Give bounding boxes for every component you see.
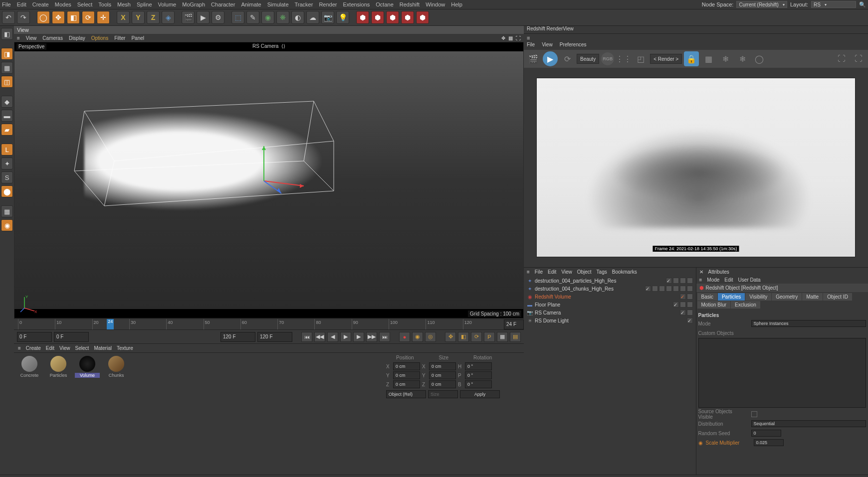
record-icon[interactable]: ● [399, 332, 410, 342]
menu-character[interactable]: Character [211, 1, 235, 7]
menu-mesh[interactable]: Mesh [117, 1, 131, 7]
matmenu-texture[interactable]: Texture [117, 345, 133, 351]
object-tag[interactable] [687, 294, 693, 300]
viewmenu-view[interactable]: View [26, 35, 37, 41]
search-icon[interactable]: 🔍 [859, 1, 866, 8]
axis-gizmo-corner[interactable]: Y X [19, 293, 39, 313]
rv-play-icon[interactable]: ▶ [543, 51, 558, 66]
axis-gizmo-3d[interactable] [254, 141, 314, 201]
scale-key-icon[interactable]: ◧ [458, 332, 469, 342]
rv-refresh-icon[interactable]: ⟳ [560, 51, 575, 66]
object-tag[interactable] [680, 302, 686, 308]
material-browser[interactable]: ConcreteParticlesVolumeChunks [14, 353, 384, 412]
undo-icon[interactable]: ↶ [2, 11, 15, 24]
model-mode-icon[interactable]: ◧ [1, 28, 13, 40]
rvmenu-view[interactable]: View [542, 42, 553, 50]
object-tag[interactable] [687, 302, 693, 308]
tab-geometry[interactable]: Geometry [772, 293, 802, 301]
place-tool-icon[interactable]: ✛ [97, 11, 110, 24]
objmenu-tags[interactable]: Tags [597, 269, 607, 275]
object-tag[interactable] [673, 278, 679, 284]
rv-grid-icon[interactable]: ⋮⋮ [616, 51, 631, 66]
rvmenu-preferences[interactable]: Preferences [560, 42, 587, 50]
menu-tools[interactable]: Tools [98, 1, 111, 7]
menu-create[interactable]: Create [32, 1, 49, 7]
axis-z-icon[interactable]: Z [147, 11, 160, 24]
snap-icon[interactable]: S [1, 171, 13, 183]
camera-icon[interactable]: 📷 [321, 11, 334, 24]
hamburger-icon[interactable]: ≡ [699, 277, 702, 283]
visibility-toggle[interactable]: ✓ [687, 318, 693, 323]
render-icon[interactable]: 🎬 [182, 11, 195, 24]
render-settings-icon[interactable]: ⚙ [212, 11, 224, 24]
object-tag[interactable] [687, 278, 693, 284]
rot-b-field[interactable]: 0 ° [465, 380, 492, 388]
rs-camera-icon[interactable]: ⬢ [371, 11, 384, 24]
render-pv-icon[interactable]: ▶ [197, 11, 210, 24]
object-tag[interactable] [687, 286, 693, 292]
texture-mode-icon[interactable]: ▦ [1, 62, 13, 74]
tab-matte[interactable]: Matte [802, 293, 823, 301]
axis-x-icon[interactable]: X [117, 11, 130, 24]
hamburger-icon[interactable]: ≡ [527, 269, 530, 275]
apply-button[interactable]: Apply [460, 390, 500, 398]
next-frame-icon[interactable]: ▶▶ [366, 332, 377, 342]
vp-fullscreen-icon[interactable]: ⛶ [516, 35, 521, 41]
matmenu-create[interactable]: Create [26, 345, 41, 351]
pos-z-field[interactable]: 0 cm [393, 380, 420, 388]
effector-icon[interactable]: ❋ [276, 11, 289, 24]
matmenu-select[interactable]: Select [75, 345, 89, 351]
end-frame-field[interactable]: 120 F [257, 332, 292, 342]
menu-spline[interactable]: Spline [137, 1, 152, 7]
tweak-mode-icon[interactable]: ✦ [1, 158, 13, 169]
light-icon[interactable]: 💡 [336, 11, 349, 24]
hamburger-icon[interactable]: ≡ [17, 35, 20, 41]
rot-p-field[interactable]: 0 ° [465, 371, 492, 379]
quantize-icon[interactable]: ⬤ [1, 185, 13, 197]
timeline-cursor[interactable]: 24 [107, 319, 114, 329]
rv-hamburger[interactable]: ≡ [524, 34, 868, 42]
play-back-icon[interactable]: ▶ [340, 332, 351, 342]
object-row[interactable]: ☀RS Dome Light✓ [525, 317, 695, 324]
rv-aov-dropdown[interactable]: Beauty [577, 54, 599, 64]
size-z-field[interactable]: 0 cm [429, 380, 456, 388]
menu-select[interactable]: Select [77, 1, 93, 7]
object-tag[interactable] [659, 286, 665, 292]
timeline[interactable]: 010203040506070809010011012024 24 F [14, 318, 524, 329]
size-y-field[interactable]: 0 cm [429, 371, 456, 379]
keyframe-icon[interactable]: ◎ [425, 332, 436, 342]
viewmenu-cameras[interactable]: Cameras [42, 35, 63, 41]
menu-octane[interactable]: Octane [376, 1, 393, 7]
object-row[interactable]: ▬Floor Plane✓ [525, 301, 695, 309]
node-space-dropdown[interactable]: Current (Redshift) [736, 1, 787, 8]
visibility-toggle[interactable]: ✓ [666, 278, 672, 284]
menu-simulate[interactable]: Simulate [267, 1, 289, 7]
prev-key-icon[interactable]: ◀◀ [314, 332, 325, 342]
rv-snowflake2-icon[interactable]: ❄ [735, 51, 750, 66]
move-tool-icon[interactable]: ✥ [52, 11, 65, 24]
rs-proxy-icon[interactable]: ⬢ [416, 11, 429, 24]
rs-material-icon[interactable]: ⬢ [356, 11, 369, 24]
objmenu-edit[interactable]: Edit [548, 269, 556, 275]
coord-system-icon[interactable]: ◈ [162, 11, 175, 24]
object-mode-icon[interactable]: ◨ [1, 48, 13, 60]
loop-start-field[interactable]: 0 F [54, 332, 89, 342]
select-tool-icon[interactable]: ◯ [37, 11, 50, 24]
object-row[interactable]: ◉Redshift Volume✓ [525, 293, 695, 301]
attrmenu-user-data[interactable]: User Data [738, 277, 761, 283]
param-key-icon[interactable]: P [484, 332, 495, 342]
tab-visibility[interactable]: Visibility [745, 293, 771, 301]
size-mode-dropdown[interactable]: Size [428, 390, 458, 398]
environment-icon[interactable]: ☁ [306, 11, 319, 24]
menu-edit[interactable]: Edit [17, 1, 26, 7]
vp-config-icon[interactable]: ✥ [501, 35, 505, 41]
menu-extensions[interactable]: Extensions [343, 1, 370, 7]
rv-crop-icon[interactable]: ◰ [633, 51, 648, 66]
rvmenu-file[interactable]: File [527, 42, 535, 50]
pla-key-icon[interactable]: ▦ [497, 332, 508, 342]
generator-icon[interactable]: ◉ [261, 11, 274, 24]
attrmenu-edit[interactable]: Edit [724, 277, 733, 283]
menu-mograph[interactable]: MoGraph [182, 1, 205, 7]
tab-exclusion[interactable]: Exclusion [731, 301, 760, 309]
menu-help[interactable]: Help [451, 1, 462, 7]
